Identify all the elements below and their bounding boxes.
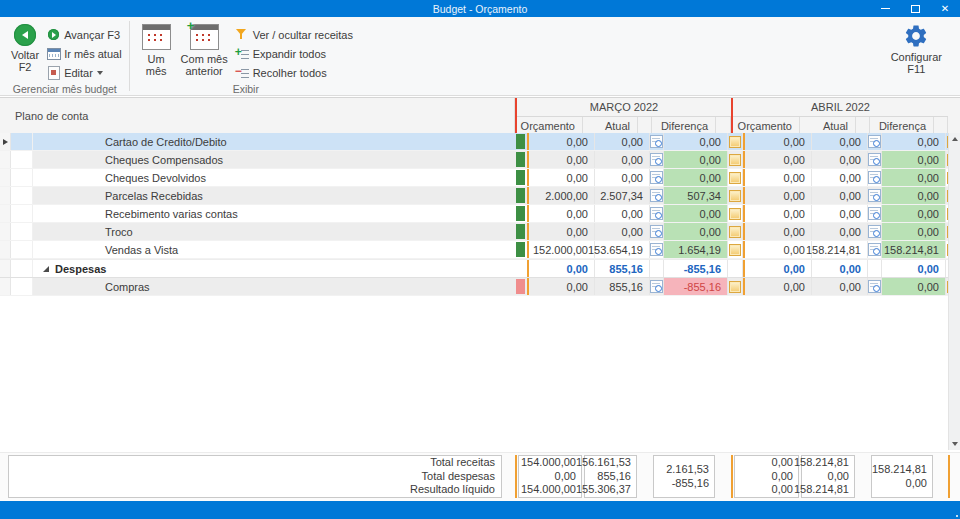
um-mes-button[interactable]: Um mês xyxy=(137,20,176,77)
cell-budget-note[interactable] xyxy=(728,133,743,150)
cell-zoom[interactable] xyxy=(868,278,882,295)
cell-orcamento[interactable]: 0,00 xyxy=(745,260,812,277)
avancar-button[interactable]: Avançar F3 xyxy=(46,25,121,44)
cell-budget-note[interactable] xyxy=(728,169,743,186)
cell-atual[interactable]: 0,00 xyxy=(812,278,868,295)
cell-orcamento[interactable]: 152.000,00 xyxy=(529,241,595,258)
cell-atual[interactable]: 158.214,81 xyxy=(812,241,868,258)
subheader-orcamento[interactable]: Orçamento xyxy=(733,117,800,134)
ir-mes-atual-button[interactable]: Ir mês atual xyxy=(46,44,121,63)
cell-orcamento[interactable]: 0,00 xyxy=(529,133,595,150)
cell-orcamento[interactable]: 0,00 xyxy=(529,278,595,295)
cell-diferenca[interactable]: 0,00 xyxy=(882,223,946,240)
cell-budget-note[interactable] xyxy=(728,151,743,168)
magnifier-icon[interactable] xyxy=(650,189,663,202)
cell-atual[interactable]: 153.654,19 xyxy=(595,241,650,258)
cell-zoom[interactable] xyxy=(868,187,882,204)
cell-orcamento[interactable]: 0,00 xyxy=(529,151,595,168)
cell-atual[interactable]: 0,00 xyxy=(812,187,868,204)
subheader-orcamento[interactable]: Orçamento xyxy=(517,117,583,134)
ver-ocultar-receitas-button[interactable]: Ver / ocultar receitas xyxy=(235,25,353,44)
table-row[interactable]: Vendas a Vista152.000,00153.654,191.654,… xyxy=(0,241,960,259)
cell-diferenca[interactable]: 1.654,19 xyxy=(664,241,728,258)
magnifier-icon[interactable] xyxy=(650,225,663,238)
budget-note-icon[interactable] xyxy=(729,172,741,184)
budget-note-icon[interactable] xyxy=(729,208,741,220)
table-row[interactable]: Cheques Compensados0,000,000,000,000,000… xyxy=(0,151,960,169)
cell-zoom[interactable] xyxy=(650,241,664,258)
cell-atual[interactable]: 0,00 xyxy=(595,151,650,168)
cell-orcamento[interactable]: 0,00 xyxy=(745,151,812,168)
cell-budget-note[interactable] xyxy=(728,205,743,222)
cell-orcamento[interactable]: 0,00 xyxy=(529,169,595,186)
cell-atual[interactable]: 0,00 xyxy=(812,205,868,222)
cell-zoom[interactable] xyxy=(650,169,664,186)
cell-diferenca[interactable]: 158.214,81 xyxy=(882,241,946,258)
cell-diferenca[interactable]: 0,00 xyxy=(882,169,946,186)
cell-atual[interactable]: 855,16 xyxy=(595,278,650,295)
cell-budget-note[interactable] xyxy=(728,278,743,295)
table-row[interactable]: Troco0,000,000,000,000,000,00 xyxy=(0,223,960,241)
cell-atual[interactable]: 855,16 xyxy=(595,260,650,277)
recolher-todos-button[interactable]: − Recolher todos xyxy=(235,63,353,82)
cell-zoom[interactable] xyxy=(650,278,664,295)
cell-account[interactable]: Compras xyxy=(33,278,514,295)
cell-atual[interactable]: 0,00 xyxy=(595,169,650,186)
cell-orcamento[interactable]: 0,00 xyxy=(745,205,812,222)
cell-zoom[interactable] xyxy=(868,169,882,186)
magnifier-icon[interactable] xyxy=(868,280,881,293)
magnifier-icon[interactable] xyxy=(868,135,881,148)
budget-note-icon[interactable] xyxy=(729,226,741,238)
subheader-atual[interactable]: Atual xyxy=(583,117,638,134)
cell-orcamento[interactable]: 0,00 xyxy=(529,205,595,222)
close-button[interactable]: ✕ xyxy=(930,0,960,17)
expandir-todos-button[interactable]: + Expandir todos xyxy=(235,44,353,63)
cell-zoom[interactable] xyxy=(650,151,664,168)
budget-note-icon[interactable] xyxy=(729,136,741,148)
cell-orcamento[interactable]: 0,00 xyxy=(745,169,812,186)
cell-diferenca[interactable]: 0,00 xyxy=(882,133,946,150)
magnifier-icon[interactable] xyxy=(650,135,663,148)
cell-account[interactable]: Recebimento varias contas xyxy=(33,205,514,222)
cell-account[interactable]: Cheques Compensados xyxy=(33,151,514,168)
cell-atual[interactable]: 0,00 xyxy=(812,169,868,186)
scroll-up-icon[interactable] xyxy=(949,133,960,145)
cell-account[interactable]: Vendas a Vista xyxy=(33,241,514,258)
cell-account[interactable]: Cheques Devolvidos xyxy=(33,169,514,186)
cell-orcamento[interactable]: 0,00 xyxy=(529,223,595,240)
cell-zoom[interactable] xyxy=(868,223,882,240)
cell-atual[interactable]: 0,00 xyxy=(595,205,650,222)
cell-orcamento[interactable]: 0,00 xyxy=(745,278,812,295)
configurar-button[interactable]: Configurar F11 xyxy=(881,17,960,95)
cell-zoom[interactable] xyxy=(868,241,882,258)
magnifier-icon[interactable] xyxy=(868,153,881,166)
cell-diferenca[interactable]: 0,00 xyxy=(882,260,946,277)
magnifier-icon[interactable] xyxy=(868,243,881,256)
cell-atual[interactable]: 0,00 xyxy=(595,133,650,150)
table-row[interactable]: Compras0,00855,16-855,160,000,000,00 xyxy=(0,278,960,296)
cell-zoom[interactable] xyxy=(868,205,882,222)
cell-orcamento[interactable]: 0,00 xyxy=(529,260,595,277)
magnifier-icon[interactable] xyxy=(650,207,663,220)
cell-diferenca[interactable]: 0,00 xyxy=(664,169,728,186)
cell-orcamento[interactable]: 2.000,00 xyxy=(529,187,595,204)
magnifier-icon[interactable] xyxy=(650,243,663,256)
cell-atual[interactable]: 0,00 xyxy=(595,223,650,240)
magnifier-icon[interactable] xyxy=(868,225,881,238)
cell-diferenca[interactable]: 0,00 xyxy=(664,133,728,150)
table-row[interactable]: Parcelas Recebidas2.000,002.507,34507,34… xyxy=(0,187,960,205)
cell-zoom[interactable] xyxy=(868,151,882,168)
resize-grip-icon[interactable] xyxy=(956,515,958,517)
magnifier-icon[interactable] xyxy=(650,171,663,184)
table-row[interactable]: Despesas0,00855,16-855,160,000,000,00 xyxy=(0,259,960,278)
cell-atual[interactable]: 0,00 xyxy=(812,151,868,168)
table-row[interactable]: Cheques Devolvidos0,000,000,000,000,000,… xyxy=(0,169,960,187)
cell-diferenca[interactable]: 0,00 xyxy=(664,205,728,222)
cell-account[interactable]: Parcelas Recebidas xyxy=(33,187,514,204)
subheader-diferenca[interactable]: Diferença xyxy=(870,117,934,134)
com-mes-anterior-button[interactable]: + Com mês anterior xyxy=(176,20,233,77)
cell-diferenca[interactable]: -855,16 xyxy=(664,278,728,295)
budget-note-icon[interactable] xyxy=(729,154,741,166)
cell-diferenca[interactable]: 507,34 xyxy=(664,187,728,204)
cell-atual[interactable]: 0,00 xyxy=(812,223,868,240)
